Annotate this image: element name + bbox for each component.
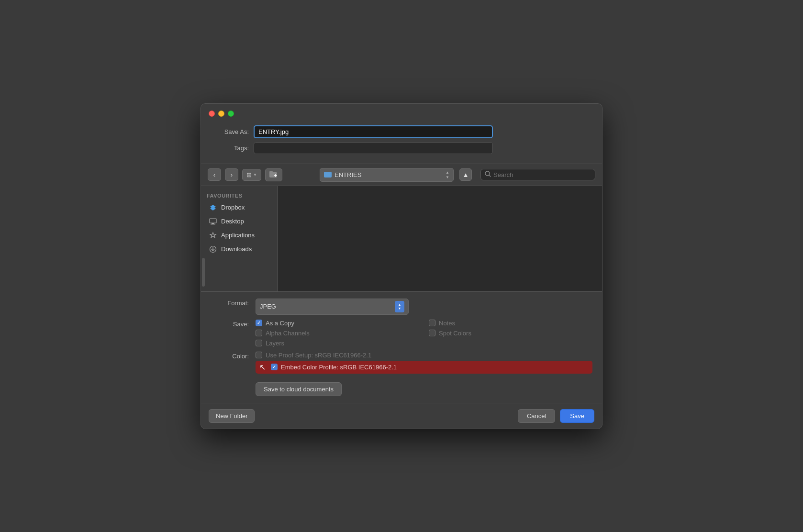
sidebar-scrollbar[interactable] <box>202 258 205 287</box>
checkbox-as-a-copy[interactable] <box>256 320 262 326</box>
checkbox-spot-colors[interactable] <box>429 330 435 336</box>
format-dropdown[interactable]: JPEG ▲ ▼ <box>256 299 409 315</box>
stepper-up-icon: ▲ <box>398 303 402 306</box>
color-row: Color: Use Proof Setup: sRGB IEC61966-2.… <box>211 352 592 374</box>
back-button[interactable]: ‹ <box>208 168 221 181</box>
location-name: ENTRIES <box>335 171 361 178</box>
checkbox-notes[interactable] <box>429 320 435 326</box>
sidebar-item-downloads[interactable]: Downloads <box>203 243 275 256</box>
applications-icon <box>209 231 217 240</box>
location-folder-icon <box>324 172 332 177</box>
expand-button[interactable]: ▲ <box>459 168 472 181</box>
layers-label: Layers <box>266 340 284 347</box>
main-content: Favourites Dropbox <box>201 186 602 291</box>
checkbox-use-proof-setup[interactable] <box>256 352 262 358</box>
notes-label: Notes <box>439 320 455 327</box>
sidebar-item-desktop[interactable]: Desktop <box>203 215 275 228</box>
svg-rect-1 <box>269 171 273 173</box>
sidebar-item-label-dropbox: Dropbox <box>221 204 245 211</box>
save-options-row: Save: As a Copy Notes <box>211 320 592 347</box>
svg-point-4 <box>485 171 490 176</box>
save-checkboxes: As a Copy Notes Alpha Channels <box>256 320 592 347</box>
save-as-row: Save As: <box>211 125 592 138</box>
save-as-input[interactable] <box>254 125 493 138</box>
embed-color-profile-row[interactable]: ↖ Embed Color Profile: sRGB IEC61966-2.1 <box>256 361 592 374</box>
tags-row: Tags: <box>211 142 592 154</box>
sidebar-item-label-desktop: Desktop <box>221 218 244 225</box>
format-content: JPEG ▲ ▼ <box>256 299 592 315</box>
save-checkboxes-grid: As a Copy Notes Alpha Channels <box>256 320 592 347</box>
search-input[interactable] <box>493 171 591 178</box>
sidebar-item-label-downloads: Downloads <box>221 245 252 253</box>
svg-marker-7 <box>210 207 216 211</box>
view-toggle-button[interactable]: ⊞ ▼ <box>242 169 261 181</box>
title-bar <box>201 104 602 122</box>
save-label: Save: <box>211 320 249 328</box>
bottom-bar: New Folder Cancel Save <box>201 403 602 429</box>
location-stepper-icon: ▲ ▼ <box>446 170 449 179</box>
embed-color-profile-label: Embed Color Profile: sRGB IEC61966-2.1 <box>281 364 397 371</box>
back-icon: ‹ <box>213 171 215 178</box>
sidebar-item-applications[interactable]: Applications <box>203 229 275 242</box>
checkbox-embed-color-profile[interactable] <box>271 364 278 370</box>
grid-view-icon: ⊞ <box>246 171 252 178</box>
desktop-icon <box>209 217 217 226</box>
stepper-down-icon: ▼ <box>398 307 402 310</box>
location-dropdown[interactable]: ENTRIES ▲ ▼ <box>320 168 454 182</box>
toolbar: ‹ › ⊞ ▼ ENTRIES ▲ <box>201 164 602 186</box>
save-as-label: Save As: <box>211 128 249 135</box>
tags-label: Tags: <box>211 144 249 152</box>
format-stepper[interactable]: ▲ ▼ <box>395 301 404 312</box>
format-label: Format: <box>211 299 249 307</box>
sidebar-item-dropbox[interactable]: Dropbox <box>203 201 275 214</box>
checkbox-item-layers[interactable]: Layers <box>256 340 419 347</box>
svg-line-5 <box>489 175 491 177</box>
file-area <box>278 186 602 291</box>
checkbox-alpha-channels[interactable] <box>256 330 262 336</box>
forward-button[interactable]: › <box>225 168 238 181</box>
as-a-copy-label: As a Copy <box>266 320 294 327</box>
svg-rect-9 <box>212 223 214 224</box>
use-proof-setup-row[interactable]: Use Proof Setup: sRGB IEC61966-2.1 <box>256 352 592 359</box>
bottom-right-buttons: Cancel Save <box>518 409 594 423</box>
folder-new-icon <box>269 171 278 179</box>
save-to-cloud-button[interactable]: Save to cloud documents <box>256 382 342 396</box>
sidebar-item-label-applications: Applications <box>221 232 255 239</box>
cursor-icon: ↖ <box>259 363 266 372</box>
save-button[interactable]: Save <box>560 409 594 423</box>
format-value: JPEG <box>260 303 276 310</box>
checkbox-item-spot-colors[interactable]: Spot Colors <box>429 330 592 337</box>
sidebar-section-favourites: Favourites <box>201 191 277 200</box>
cancel-button[interactable]: Cancel <box>518 409 555 423</box>
downloads-icon <box>209 245 217 254</box>
checkbox-item-as-a-copy[interactable]: As a Copy <box>256 320 419 327</box>
checkbox-item-alpha-channels[interactable]: Alpha Channels <box>256 330 419 337</box>
new-folder-toolbar-button[interactable] <box>265 168 282 181</box>
dropbox-icon <box>209 203 217 212</box>
save-dialog: Save As: Tags: ‹ › ⊞ ▼ <box>201 103 602 429</box>
traffic-lights <box>209 111 234 117</box>
checkbox-layers[interactable] <box>256 340 262 346</box>
new-folder-button[interactable]: New Folder <box>209 409 255 423</box>
minimize-button[interactable] <box>218 111 224 117</box>
color-content: Use Proof Setup: sRGB IEC61966-2.1 ↖ Emb… <box>256 352 592 374</box>
search-icon <box>485 171 491 178</box>
svg-rect-10 <box>211 224 215 224</box>
close-button[interactable] <box>209 111 215 117</box>
tags-input[interactable] <box>254 142 493 154</box>
svg-rect-8 <box>210 219 216 223</box>
forward-icon: › <box>231 171 233 178</box>
spot-colors-label: Spot Colors <box>439 330 471 337</box>
color-label: Color: <box>211 352 249 360</box>
alpha-channels-label: Alpha Channels <box>266 330 310 337</box>
search-box <box>480 169 595 180</box>
chevron-down-icon: ▼ <box>253 173 257 177</box>
save-form: Save As: Tags: <box>201 122 602 164</box>
format-row: Format: JPEG ▲ ▼ <box>211 299 592 315</box>
checkbox-item-notes[interactable]: Notes <box>429 320 592 327</box>
use-proof-setup-label: Use Proof Setup: sRGB IEC61966-2.1 <box>266 352 371 359</box>
options-panel: Format: JPEG ▲ ▼ Save: As a <box>201 291 602 403</box>
chevron-up-icon: ▲ <box>462 171 468 178</box>
sidebar: Favourites Dropbox <box>201 186 278 291</box>
maximize-button[interactable] <box>228 111 234 117</box>
